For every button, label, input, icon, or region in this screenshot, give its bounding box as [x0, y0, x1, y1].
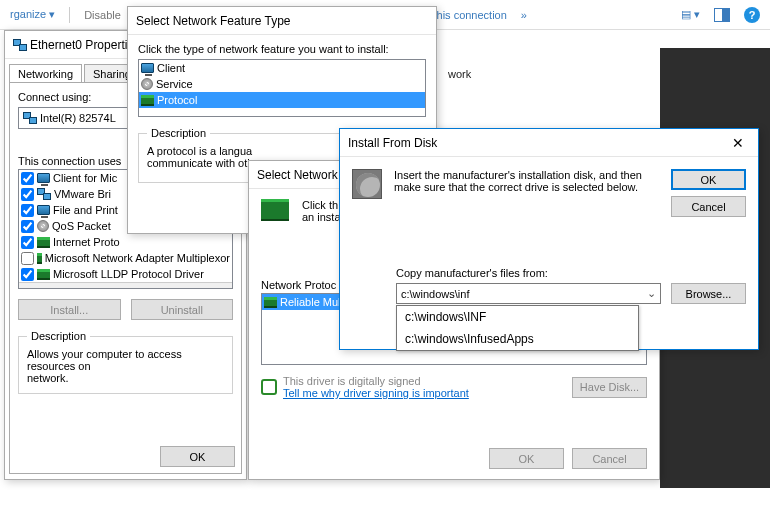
checkbox[interactable]: [21, 172, 34, 185]
checkbox[interactable]: [21, 252, 34, 265]
view-icons-button[interactable]: ▤ ▾: [681, 8, 700, 21]
preview-pane-icon[interactable]: [714, 8, 730, 22]
list-item: Microsoft LLDP Protocol Driver: [19, 266, 232, 282]
cancel-button[interactable]: Cancel: [671, 196, 746, 217]
protocol-icon: [141, 95, 154, 106]
path-dropdown[interactable]: c:\windows\INF c:\windows\InfusedApps: [396, 305, 639, 351]
message-line2: make sure that the correct drive is sele…: [394, 181, 659, 193]
prompt-label: Click the type of network feature you wa…: [138, 43, 426, 55]
list-item-protocol[interactable]: Protocol: [139, 92, 425, 108]
disable-button[interactable]: Disable: [84, 9, 121, 21]
scroll-left-icon[interactable]: ‹: [21, 284, 25, 290]
separator: [69, 7, 70, 23]
close-button[interactable]: ✕: [726, 135, 750, 151]
list-item-service[interactable]: Service: [139, 76, 425, 92]
checkbox[interactable]: [21, 268, 34, 281]
feature-list[interactable]: Client Service Protocol: [138, 59, 426, 117]
signing-link[interactable]: Tell me why driver signing is important: [283, 387, 566, 399]
list-item: Internet Proto: [19, 234, 232, 250]
list-item: Microsoft Network Adapter Multiplexor: [19, 250, 232, 266]
service-icon: [37, 220, 49, 232]
path-input[interactable]: [397, 284, 642, 303]
browse-button[interactable]: Browse...: [671, 283, 746, 304]
window-title: Select Network Feature Type: [136, 14, 428, 28]
client-icon: [37, 205, 50, 215]
organize-menu[interactable]: rganize ▾: [10, 8, 55, 21]
chevron-down-icon[interactable]: ⌄: [642, 284, 660, 303]
ok-button[interactable]: OK: [671, 169, 746, 190]
copy-from-label: Copy manufacturer's files from:: [396, 267, 746, 279]
install-button[interactable]: Install...: [18, 299, 121, 320]
signed-label: This driver is digitally signed: [283, 375, 566, 387]
bridge-icon: [37, 187, 51, 201]
ok-button[interactable]: OK: [489, 448, 564, 469]
cancel-button[interactable]: Cancel: [572, 448, 647, 469]
description-group: Description: [147, 127, 210, 139]
protocol-icon: [264, 297, 277, 308]
list-item-client[interactable]: Client: [139, 60, 425, 76]
help-icon[interactable]: ?: [744, 7, 760, 23]
adapter-icon: [23, 111, 37, 125]
dropdown-option[interactable]: c:\windows\INF: [397, 306, 638, 328]
message-line1: Insert the manufacturer's installation d…: [394, 169, 659, 181]
adapter-name: Intel(R) 82574L: [40, 112, 116, 124]
more-button[interactable]: »: [521, 9, 527, 21]
protocol-icon: [37, 269, 50, 280]
disk-icon: [352, 169, 382, 199]
window-title: Install From Disk: [348, 136, 726, 150]
have-disk-button[interactable]: Have Disk...: [572, 377, 647, 398]
checkbox[interactable]: [21, 188, 34, 201]
instruction-line2: an insta: [302, 211, 341, 223]
checkbox[interactable]: [21, 236, 34, 249]
client-icon: [37, 173, 50, 183]
checkbox[interactable]: [21, 220, 34, 233]
client-icon: [141, 63, 154, 73]
dropdown-option[interactable]: c:\windows\InfusedApps: [397, 328, 638, 350]
uninstall-button[interactable]: Uninstall: [131, 299, 234, 320]
service-icon: [141, 78, 153, 90]
description-group: Description: [27, 330, 90, 342]
install-from-disk-window: Install From Disk ✕ Insert the manufactu…: [339, 128, 759, 350]
path-combobox[interactable]: ⌄: [396, 283, 661, 304]
shield-icon: [261, 379, 277, 395]
network-icon: [13, 38, 27, 52]
protocol-large-icon: [261, 199, 289, 221]
protocol-icon: [37, 253, 42, 264]
description-text: Allows your computer to access resources…: [27, 348, 224, 384]
tab-networking[interactable]: Networking: [9, 64, 82, 83]
network-label-fragment: work: [448, 68, 471, 80]
ok-button[interactable]: OK: [160, 446, 235, 467]
protocol-icon: [37, 237, 50, 248]
instruction-line1: Click th: [302, 199, 341, 211]
checkbox[interactable]: [21, 204, 34, 217]
horizontal-scrollbar[interactable]: ‹: [19, 282, 232, 289]
